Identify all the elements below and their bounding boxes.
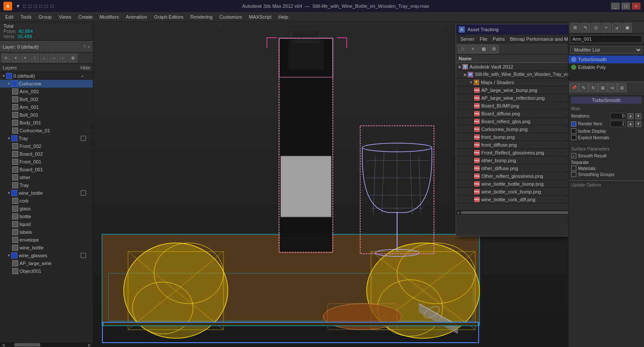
asset-row-8[interactable]: PNG Front_Reflect_glossiness.png Found <box>456 149 568 157</box>
asset-tracking-titlebar[interactable]: A Asset Tracking _ □ × <box>456 24 568 35</box>
asset-menu-paths[interactable]: Paths <box>490 36 507 43</box>
layer-item-corkscrew01[interactable]: Corkscrew_01 ··· <box>0 127 93 134</box>
layer-item-tray2[interactable]: Tray ··· <box>0 181 93 189</box>
render-iters-input[interactable] <box>610 121 626 127</box>
expand-icon[interactable]: ▼ <box>469 80 473 85</box>
iter-down[interactable]: ▼ <box>635 113 641 119</box>
menu-customize[interactable]: Customize <box>216 13 246 20</box>
menu-file-btn[interactable]: ▼ <box>16 3 20 9</box>
modifier-item-turbosmooth[interactable]: TurboSmooth <box>568 56 644 63</box>
layer-tool-list[interactable]: ≡ <box>2 54 10 62</box>
scale-btn[interactable]: ⊠ <box>598 83 608 92</box>
asset-row-12[interactable]: PNG wine_bottle_bottle_bump.png Found <box>456 180 568 188</box>
asset-tool-2[interactable]: ≡ <box>468 45 478 53</box>
layer-item-cork[interactable]: cork ··· <box>0 197 93 205</box>
menu-edit[interactable]: Edit <box>2 13 17 20</box>
menu-maxscript[interactable]: MAXScript <box>246 13 275 20</box>
layer-item-bottle[interactable]: bottle ··· <box>0 213 93 220</box>
layer-tool-add[interactable]: + <box>21 54 30 62</box>
asset-row-11[interactable]: PNG Other_reflect_glossiness.png Found <box>456 172 568 180</box>
menu-graph-editors[interactable]: Graph Editors <box>151 13 187 20</box>
scroll-left[interactable]: ◄ <box>456 210 460 215</box>
layer-item-envelope[interactable]: envelope ··· <box>0 236 93 244</box>
modifier-stack[interactable]: TurboSmooth Editable Poly <box>568 56 644 82</box>
layer-item-corkscrew[interactable]: ▼ Corkscrew ··· <box>0 80 93 88</box>
asset-row-maps[interactable]: ▼ F Maps / Shaders <box>456 79 568 86</box>
layer-item-wine-bottle2[interactable]: wine_bottle ··· <box>0 244 93 252</box>
menu-modifiers[interactable]: Modifiers <box>96 13 122 20</box>
layer-help-btn[interactable]: ? <box>83 44 85 49</box>
rt-btn-1[interactable]: ⊞ <box>570 23 580 33</box>
object-name-input[interactable] <box>570 35 642 43</box>
expand-icon[interactable]: ▼ <box>7 191 11 195</box>
layer-item-bolt002[interactable]: Bolt_002 ··· <box>0 95 93 103</box>
layer-box[interactable] <box>81 136 86 141</box>
layer-box[interactable] <box>81 253 86 258</box>
minimize-btn[interactable]: _ <box>611 3 620 10</box>
asset-menu-server[interactable]: Server <box>458 36 477 43</box>
iter-up[interactable]: ▲ <box>628 113 634 119</box>
scroll-track[interactable] <box>461 211 568 214</box>
modifier-item-editable-poly[interactable]: Editable Poly <box>568 63 644 71</box>
rot-btn[interactable]: ↻ <box>588 83 598 92</box>
menu-tools[interactable]: Tools <box>17 13 35 20</box>
asset-tool-1[interactable]: □ <box>458 45 467 53</box>
layer-item-arm002[interactable]: Arm_002 ··· <box>0 88 93 95</box>
asset-row-6[interactable]: PNG front_bump.png Found <box>456 133 568 141</box>
layers-list[interactable]: ▼ 0 (default) ✓ ··· ▼ Corkscrew ··· Arm_… <box>0 72 93 342</box>
asset-row-0[interactable]: PNG AP_large_wine_bump.png Found <box>456 86 568 94</box>
layer-tool-up[interactable]: ↑ <box>30 54 39 62</box>
asset-row-14[interactable]: PNG wine_bottle_cork_diff.png Found <box>456 196 568 203</box>
layer-item-board002[interactable]: Board_002 ··· <box>0 150 93 158</box>
layer-item-body001[interactable]: Body_001 ··· <box>0 119 93 127</box>
expand-icon[interactable]: ▼ <box>2 74 6 78</box>
asset-row-3[interactable]: PNG Board_diffuse.png Found <box>456 110 568 118</box>
asset-row-5[interactable]: PNG Corkscrew_bump.png Found <box>456 125 568 133</box>
asset-row-2[interactable]: PNG Board_BUMP.png Found <box>456 102 568 110</box>
layer-tool-right[interactable]: → <box>49 54 58 62</box>
toolbar-btn6[interactable]: □ <box>50 3 53 9</box>
asset-row-maxfile[interactable]: ▶ M Still-life_with_Wine_Bottle_on_Woode… <box>456 71 568 79</box>
asset-table[interactable]: Name Status ▶ V Autodesk Vault 2012 Logg… <box>456 55 568 210</box>
expand-icon[interactable]: ▼ <box>7 82 11 86</box>
layer-item-liquid[interactable]: liquid ··· <box>0 220 93 228</box>
layer-item-labels[interactable]: labels ··· <box>0 228 93 236</box>
layer-item-ap-large-wine[interactable]: AP_large_wine ··· <box>0 259 93 267</box>
asset-row-4[interactable]: PNG Board_reflect_glos.png Found <box>456 118 568 125</box>
layer-item-board001[interactable]: Board_001 ··· <box>0 166 93 174</box>
layer-item-front001[interactable]: Front_001 ··· <box>0 158 93 166</box>
layer-item-object001[interactable]: Object001 ··· <box>0 267 93 275</box>
scroll-left-btn[interactable]: ◄ <box>1 342 6 347</box>
layer-tool-delete[interactable]: × <box>11 54 20 62</box>
asset-tracking-window[interactable]: A Asset Tracking _ □ × Server File Paths… <box>456 24 568 236</box>
layer-item-bolt001[interactable]: Bolt_001 ··· <box>0 111 93 119</box>
asset-row-1[interactable]: PNG AP_large_wine_reflection.png Found <box>456 94 568 102</box>
menu-animation[interactable]: Animation <box>122 13 151 20</box>
layer-tool-left[interactable]: ← <box>59 54 68 62</box>
isoline-checkbox[interactable] <box>571 128 576 134</box>
align-btn[interactable]: ⊞ <box>617 83 627 92</box>
close-btn[interactable]: × <box>632 3 641 10</box>
ri-up[interactable]: ▲ <box>628 121 634 127</box>
pin-btn[interactable]: 📌 <box>569 83 579 92</box>
asset-tool-4[interactable]: ⊞ <box>489 45 499 53</box>
asset-row-13[interactable]: PNG wine_bottle_cork_bump.png Found <box>456 188 568 196</box>
menu-help[interactable]: Help <box>275 13 292 20</box>
rt-btn-2[interactable]: ✎ <box>581 23 590 33</box>
asset-h-scrollbar[interactable]: ◄ ► <box>456 210 568 214</box>
toolbar-btn2[interactable]: □ <box>29 3 32 9</box>
layer-tool-down[interactable]: ↓ <box>40 54 49 62</box>
viewport-area[interactable]: + [ Perspective ] [ Shaded + Edged Faces… <box>93 22 568 347</box>
asset-row-7[interactable]: PNG front_diffuse.png Found <box>456 141 568 149</box>
scroll-thumb[interactable] <box>461 211 568 214</box>
h-scrollbar[interactable]: ◄ ► <box>0 342 93 347</box>
expand-icon[interactable]: ▶ <box>459 65 462 69</box>
layer-item-other[interactable]: other ··· <box>0 174 93 181</box>
asset-tool-3[interactable]: ▦ <box>479 45 488 53</box>
iterations-input[interactable] <box>610 113 626 119</box>
smoothing-groups-checkbox[interactable] <box>571 172 576 177</box>
layer-item-arm001[interactable]: Arm_001 ··· <box>0 103 93 111</box>
modifier-list-dropdown[interactable]: Modifier List <box>570 46 642 54</box>
rt-btn-3[interactable]: ◎ <box>591 23 601 33</box>
layer-item-wine-glasses[interactable]: ▼ wine_glasses ··· <box>0 252 93 259</box>
